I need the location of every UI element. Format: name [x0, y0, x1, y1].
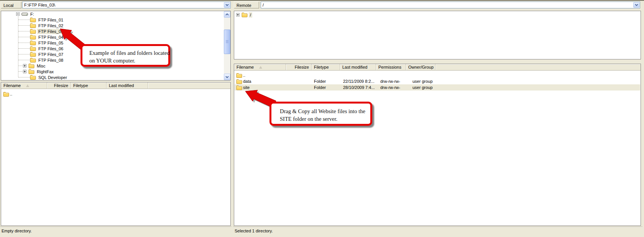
column-header-last-modified[interactable]: Last modified — [340, 64, 376, 71]
owner-group-cell: user group — [406, 79, 436, 84]
folder-icon — [236, 73, 242, 78]
expand-plus-icon[interactable] — [23, 70, 26, 73]
filename-cell: .. — [235, 73, 286, 78]
tree-item-drive-f[interactable]: F: — [1, 11, 231, 17]
chevron-down-icon — [225, 76, 229, 78]
local-tree-scrollbar[interactable] — [224, 11, 230, 80]
column-header-filetype[interactable]: Filetype — [71, 82, 107, 89]
tree-item-label: FTP Files_06 — [37, 46, 64, 51]
column-header-filesize[interactable]: Filesize — [286, 64, 312, 71]
tree-item-label: FTP Files_08 — [37, 58, 64, 63]
column-header-filename[interactable]: Filename — [234, 64, 286, 71]
tree-item-ftp-files-02[interactable]: FTP Files_02 — [1, 23, 231, 28]
filetype-cell: Folder — [312, 85, 340, 90]
filename-text: .. — [243, 73, 245, 77]
column-header-filesize[interactable]: Filesize — [47, 82, 71, 89]
local-site-dropdown-button[interactable] — [224, 2, 230, 8]
tree-item-label-selected: / — [249, 12, 252, 18]
chevron-down-icon — [225, 4, 229, 6]
tree-item-sql-developer[interactable]: SQL Developer — [1, 74, 231, 80]
local-site-combobox[interactable]: F:\FTP Files_03\ — [22, 2, 231, 8]
column-header-filetype[interactable]: Filetype — [312, 64, 340, 71]
filename-cell: .. — [2, 92, 48, 97]
remote-site-combobox[interactable]: / — [261, 2, 640, 8]
owner-group-cell: user group — [406, 85, 436, 90]
tree-item-label: FTP Files_04 — [37, 35, 64, 40]
expand-plus-icon[interactable] — [236, 13, 240, 16]
tree-item-label: F: — [29, 12, 35, 17]
column-label: Filetype — [314, 64, 329, 70]
chevron-down-icon — [635, 4, 638, 6]
ftp-client-window: Local site: F:\FTP Files_03\ F: FTP File… — [0, 0, 644, 237]
remote-tree-panel: / — [234, 11, 641, 59]
tree-item-root[interactable]: / — [234, 12, 451, 18]
tree-item-rightfax[interactable]: RightFax — [1, 69, 231, 74]
remote-site-path: / — [263, 2, 264, 8]
folder-icon — [30, 58, 36, 63]
collapse-minus-icon[interactable] — [16, 12, 20, 16]
callout-drag-copy: Drag & Copy all Website files into the S… — [269, 102, 372, 126]
column-header-last-modified[interactable]: Last modified — [107, 82, 148, 89]
callout-text-line: Drag & Copy all Website files into the — [280, 107, 370, 115]
callout-text-line: on YOUR computer. — [89, 57, 168, 64]
tree-item-label: SQL Developer — [37, 75, 68, 80]
column-header-filler — [148, 82, 230, 89]
file-row-parent-dir[interactable]: .. — [235, 72, 640, 78]
column-header-filler — [435, 64, 641, 71]
folder-icon — [30, 52, 36, 57]
folder-icon — [30, 23, 36, 28]
column-header-owner-group[interactable]: Owner/Group — [406, 64, 435, 71]
remote-list-header: Filename Filesize Filetype Last modified… — [234, 64, 641, 71]
tree-item-label: FTP Files_07 — [37, 52, 64, 57]
remote-status-text: Selected 1 directory. — [235, 229, 273, 233]
tree-item-ftp-files-01[interactable]: FTP Files_01 — [1, 17, 231, 23]
local-site-label: Local site: — [1, 2, 21, 8]
tree-item-ftp-files-04[interactable]: FTP Files_04 — [1, 34, 231, 40]
folder-icon — [30, 35, 36, 40]
remote-status-bar: Selected 1 directory. — [233, 227, 642, 234]
drive-icon — [21, 12, 28, 16]
folder-icon — [28, 63, 34, 68]
file-row-parent-dir[interactable]: .. — [2, 91, 230, 97]
local-list-header: Filename Filesize Filetype Last modified — [1, 82, 230, 89]
local-site-path: F:\FTP Files_03\ — [24, 2, 55, 8]
window-top-edge — [0, 0, 644, 1]
folder-icon — [30, 17, 36, 22]
scroll-down-button[interactable] — [224, 74, 230, 80]
sort-ascending-icon — [259, 66, 262, 69]
scrollbar-grip — [226, 40, 228, 43]
scroll-up-button[interactable] — [224, 11, 230, 18]
column-label: Filetype — [73, 82, 88, 89]
folder-icon — [30, 29, 36, 34]
filename-cell: site — [235, 85, 286, 90]
folder-icon — [30, 40, 36, 45]
column-header-filename[interactable]: Filename — [1, 82, 47, 89]
scrollbar-thumb[interactable] — [224, 30, 230, 54]
permissions-cell: drw-rw-rw- — [376, 85, 406, 90]
folder-icon — [236, 85, 242, 90]
tree-item-label: RightFax — [36, 69, 55, 74]
tree-item-label: FTP Files_01 — [37, 17, 64, 23]
expand-plus-icon[interactable] — [23, 64, 26, 67]
tree-item-label: Misc — [36, 63, 47, 69]
remote-site-label: Remote site: — [234, 2, 259, 8]
remote-site-dropdown-button[interactable] — [633, 2, 639, 8]
filetype-cell: Folder — [312, 79, 340, 84]
column-label: Filesize — [295, 64, 309, 70]
column-label: Filename — [3, 82, 21, 89]
column-label: Filename — [237, 64, 254, 70]
file-row-site[interactable]: site Folder 28/10/2009 7:4... drw-rw-rw-… — [235, 84, 640, 91]
column-label: Last modified — [342, 64, 367, 70]
column-label: Permissions — [378, 64, 401, 70]
remote-file-list-panel: Filename Filesize Filetype Last modified… — [234, 64, 641, 226]
last-modified-cell: 28/10/2009 7:4... — [340, 85, 376, 90]
file-row-data[interactable]: data Folder 22/11/2009 8:2... drw-rw-rw-… — [235, 78, 640, 84]
filename-text: .. — [10, 92, 12, 96]
tree-item-ftp-files-03[interactable]: FTP Files_03 — [1, 28, 231, 34]
column-header-permissions[interactable]: Permissions — [376, 64, 406, 71]
permissions-cell: drw-rw-rw- — [376, 79, 406, 84]
filename-text: site — [243, 85, 250, 90]
folder-icon — [30, 75, 36, 80]
callout-text-line: SITE folder on the server. — [280, 115, 370, 123]
folder-icon — [30, 46, 36, 51]
